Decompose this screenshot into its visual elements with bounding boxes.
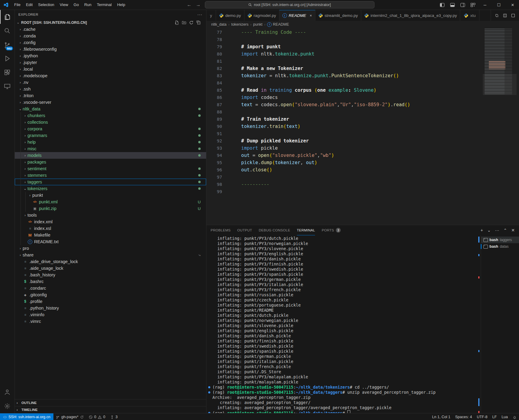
terminal-profile-dropdown-icon[interactable]: ⌄	[487, 228, 491, 233]
tree-file-makefile[interactable]: MMakefile	[15, 232, 206, 238]
editor[interactable]: 77 ---- Training Code ----7879 # import …	[206, 28, 519, 225]
command-decoration-dot[interactable]	[208, 386, 210, 388]
tree-folder-taggers[interactable]: ›taggers	[15, 179, 206, 185]
nav-forward-icon[interactable]: →	[196, 2, 201, 8]
status-ln-1-col-1[interactable]: Ln 1, Col 1	[430, 413, 453, 420]
tree-folder-help[interactable]: ›help	[15, 139, 206, 145]
status-bell-icon[interactable]	[510, 413, 519, 420]
code-area[interactable]: 77 ---- Training Code ----7879 # import …	[206, 29, 480, 195]
tree-folder--local[interactable]: ›.local	[15, 66, 206, 72]
tab-streamlit-demo-py[interactable]: streamlit_demo.py	[315, 10, 361, 21]
tree-folder-tokenizers[interactable]: ⌄tokenizers	[15, 185, 206, 192]
more-actions-icon[interactable]: ···	[495, 228, 499, 233]
tree-folder--triton[interactable]: ›.triton	[15, 92, 206, 99]
tree-folder-nltk-data[interactable]: ⌄nltk_data	[15, 106, 206, 112]
tree-file--gitconfig[interactable]: ◆.gitconfig	[15, 291, 206, 298]
tree-file-readme-txt[interactable]: iREADME.txt	[15, 238, 206, 245]
activity-extensions-icon[interactable]	[0, 65, 14, 79]
tree-folder-corpora[interactable]: ›corpora	[15, 126, 206, 132]
tree-folder-grammars[interactable]: ›grammars	[15, 132, 206, 139]
tree-folder-misc[interactable]: ›misc	[15, 145, 206, 152]
tab-xtu[interactable]: xtu	[460, 10, 479, 21]
tree-file--python-history[interactable]: ≡.python_history	[15, 305, 206, 311]
toggle-sidebar-icon[interactable]	[438, 1, 447, 9]
tree-folder-pro[interactable]: ›pro	[15, 245, 206, 252]
command-center-search[interactable]: root [SSH: ssh.intern-ai.org.cn] [Admini…	[205, 1, 374, 8]
activity-settings-gear-icon[interactable]	[0, 399, 14, 413]
tree-file-punkt-zip[interactable]: ▣punkt.zipU	[15, 205, 206, 212]
activity-source-control-icon[interactable]: 502	[0, 38, 14, 52]
status-error-icon[interactable]: 00	[86, 413, 108, 420]
tree-folder-tools[interactable]: ›tools	[15, 212, 206, 218]
tree-folder-chunkers[interactable]: ›chunkers	[15, 112, 206, 119]
menu-view[interactable]: View	[57, 0, 71, 10]
tab-internlm2-chat-1-8b-qlora-alpaca-e3-copy-py[interactable]: internlm2_chat_1_8b_qlora_alpaca_e3_copy…	[361, 10, 460, 21]
tree-file--aide-drive-storage-lock[interactable]: ≡.aide_drive_storage_lock	[15, 258, 206, 265]
panel-tab-problems[interactable]: PROBLEMS	[211, 225, 231, 235]
window-maximize-button[interactable]: ☐	[492, 0, 505, 10]
command-decoration-dot[interactable]	[208, 391, 210, 393]
tree-file--aide-usage-lock[interactable]: ≡.aide_usage_lock	[15, 265, 206, 272]
split-editor-icon[interactable]	[503, 13, 507, 18]
breadcrumb-item-punkt[interactable]: punkt	[253, 22, 263, 27]
tree-folder-sentiment[interactable]: ›sentiment	[15, 165, 206, 172]
command-decoration-dot[interactable]	[208, 412, 210, 413]
menu-run[interactable]: Run	[81, 0, 94, 10]
tree-folder-stemmers[interactable]: ›stemmers	[15, 172, 206, 179]
activity-debug-icon[interactable]	[0, 52, 14, 65]
tree-folder--jupyter[interactable]: ›.jupyter	[15, 59, 206, 66]
tree-folder-punkt[interactable]: ›punkt	[15, 192, 206, 199]
tab-readme[interactable]: iREADME×	[279, 10, 315, 21]
tree-file-punkt-xml[interactable]: </>punkt.xmlU	[15, 199, 206, 205]
breadcrumb-item-tokenizers[interactable]: tokenizers	[231, 22, 248, 27]
breadcrumb-item-readme[interactable]: iREADME	[267, 22, 289, 27]
status-lf[interactable]: LF	[490, 413, 499, 420]
more-actions-icon[interactable]	[511, 13, 515, 18]
new-file-icon[interactable]	[175, 21, 179, 25]
collapse-all-icon[interactable]	[196, 21, 201, 25]
tree-folder-share[interactable]: ›share⤷	[15, 252, 206, 258]
status-radio-tower-icon[interactable]: 3	[108, 413, 120, 420]
toggle-panel-icon[interactable]	[448, 1, 457, 9]
remote-status-button[interactable]: SSH: ssh.intern-ai.org.cn	[0, 413, 53, 420]
menu-edit[interactable]: Edit	[23, 0, 35, 10]
tree-folder-models[interactable]: ›models	[15, 152, 206, 159]
breadcrumb[interactable]: nltk_data›tokenizers›punkt›iREADME	[206, 21, 519, 28]
tree-folder--vscode-server[interactable]: ›.vscode-server	[15, 99, 206, 106]
status-lua[interactable]: Lua	[499, 413, 510, 420]
tree-file--vimrc[interactable]: ≡.vimrc	[15, 318, 206, 325]
tree-folder--conda[interactable]: ›.conda	[15, 33, 206, 39]
close-panel-icon[interactable]: ✕	[511, 228, 515, 233]
tree-folder--ssh[interactable]: ›.ssh	[15, 86, 206, 92]
tree-folder--config[interactable]: ›.config	[15, 39, 206, 46]
terminal-list-item-datas[interactable]: bashdatas	[481, 243, 519, 250]
tree-file--condarc[interactable]: ≡.condarc	[15, 285, 206, 291]
menu-go[interactable]: Go	[71, 0, 81, 10]
panel-tab-debug-console[interactable]: DEBUG CONSOLE	[259, 225, 290, 235]
tree-folder-collections[interactable]: ›collections	[15, 119, 206, 126]
activity-files-icon[interactable]	[0, 10, 14, 24]
tree-folder--modelscope[interactable]: ›.modelscope	[15, 72, 206, 79]
terminal-list-item-taggers[interactable]: bashtaggers	[481, 237, 519, 243]
activity-remote-explorer-icon[interactable]	[0, 79, 14, 93]
tree-folder-packages[interactable]: ›packages	[15, 159, 206, 165]
tab-demo-py[interactable]: demo.py	[216, 10, 244, 21]
tree-file-index-xsl[interactable]: ≡index.xsl	[15, 225, 206, 232]
activity-search-icon[interactable]	[0, 24, 14, 38]
tree-file--profile[interactable]: $.profile	[15, 298, 206, 305]
tree-file--bash-history[interactable]: ≡.bash_history	[15, 272, 206, 278]
sidebar-more-actions-icon[interactable]: ···	[197, 12, 202, 17]
explorer-section-header[interactable]: ⌄ ROOT [SSH: SSH.INTERN-AI.ORG.CN]	[15, 19, 206, 26]
tab-close-icon[interactable]: ×	[310, 14, 312, 18]
timeline-section[interactable]: › TIMELINE	[15, 406, 206, 413]
window-minimize-button[interactable]: ─	[479, 0, 491, 10]
activity-account-icon[interactable]	[0, 385, 14, 399]
tab-y[interactable]: y	[206, 10, 216, 21]
refresh-icon[interactable]	[189, 21, 193, 25]
toggle-secondary-sidebar-icon[interactable]	[458, 1, 467, 9]
panel-tab-output[interactable]: OUTPUT	[237, 225, 252, 235]
status-branch-icon[interactable]: gh-pages*	[53, 413, 86, 420]
outline-section[interactable]: › OUTLINE	[15, 399, 206, 406]
open-changes-icon[interactable]	[495, 13, 499, 18]
new-folder-icon[interactable]	[182, 21, 186, 25]
